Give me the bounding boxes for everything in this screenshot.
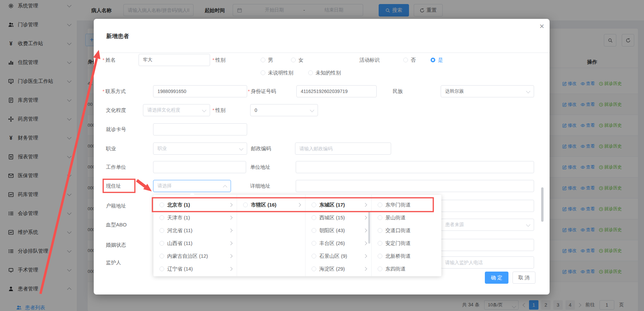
chevron-right-icon	[363, 267, 367, 271]
cascader-street-column: 东华门街道 景山街道 交道口街道 安定门街道 北新桥街道 东四街道	[372, 195, 441, 276]
gender-unknown-radio[interactable]: 未知的性别	[308, 67, 341, 79]
modal-title: 新增患者	[106, 32, 129, 40]
cascader-option-haidian[interactable]: 海淀区 (29)	[305, 262, 371, 275]
active-flag-no-radio[interactable]: 否	[403, 54, 416, 66]
chevron-right-icon	[229, 241, 232, 245]
cascader-option-chaoyang[interactable]: 朝阳区 (43)	[305, 224, 371, 237]
chevron-up-icon	[223, 185, 227, 189]
radio-icon	[308, 70, 313, 75]
cascader-option-xicheng[interactable]: 西城区 (15)	[305, 211, 371, 224]
chevron-right-icon	[363, 216, 367, 219]
active-flag-yes-radio[interactable]: 是	[431, 54, 443, 66]
gender-female-radio[interactable]: 女	[291, 54, 303, 66]
cascader-option-shanxi[interactable]: 山西省 (11)	[153, 237, 237, 250]
cascader-option-hebei[interactable]: 河北省 (11)	[153, 224, 237, 237]
card-no-input[interactable]	[153, 123, 247, 135]
cascader-option-shijingshan[interactable]: 石景山区 (9)	[305, 250, 371, 262]
chevron-right-icon	[363, 228, 367, 232]
current-address-cascader[interactable]: 请选择	[153, 180, 231, 192]
marital-status-input[interactable]	[441, 239, 534, 251]
chevron-right-icon	[229, 216, 232, 219]
marital-status-label: 婚姻状态	[106, 239, 126, 251]
work-unit-input[interactable]	[153, 161, 246, 173]
gender-label: *性别	[212, 54, 226, 66]
radio-icon	[159, 203, 164, 207]
patient-source-select[interactable]: 患者来源	[441, 219, 534, 231]
gender-code-select[interactable]: 0	[250, 104, 318, 116]
radio-icon	[378, 215, 382, 220]
work-unit-label: 工作单位	[106, 161, 126, 173]
radio-icon	[291, 58, 296, 62]
detail-address-label: 详细地址	[250, 180, 270, 192]
chevron-right-icon	[297, 203, 301, 207]
current-address-label: 现住址	[106, 180, 121, 192]
radio-icon	[159, 241, 164, 246]
gender-male-radio[interactable]: 男	[261, 54, 273, 66]
chevron-right-icon	[363, 254, 367, 258]
contact-input[interactable]	[153, 85, 247, 97]
cascader-option-beixinqiao[interactable]: 北新桥街道	[372, 250, 441, 262]
occupation-select[interactable]: 职业	[153, 143, 247, 155]
confirm-button[interactable]: 确 定	[485, 272, 508, 284]
cascader-scrollbar[interactable]	[368, 212, 370, 244]
unit-address-input[interactable]	[296, 161, 534, 173]
chevron-right-icon	[229, 203, 232, 207]
education-label: 文化程度	[106, 104, 126, 116]
name-input[interactable]	[139, 54, 210, 66]
postal-code-input[interactable]	[295, 143, 391, 155]
radio-selected-icon	[431, 58, 435, 62]
cascader-option-tianjin[interactable]: 天津市 (1)	[153, 211, 237, 224]
unit-address-label: 单位地址	[250, 161, 270, 173]
radio-icon	[159, 254, 164, 258]
radio-icon	[243, 203, 248, 207]
id-number-input[interactable]	[296, 85, 377, 97]
postal-code-label: 邮政编码	[251, 143, 271, 155]
radio-icon	[159, 215, 164, 220]
cancel-button[interactable]: 取 消	[513, 272, 535, 284]
chevron-down-icon	[526, 222, 530, 227]
radio-icon	[378, 241, 382, 246]
ethnicity-label: 民族	[393, 85, 403, 97]
guardian-phone-input[interactable]	[441, 256, 534, 269]
cascader-option-jingshan[interactable]: 景山街道	[372, 211, 441, 224]
radio-icon	[378, 267, 382, 271]
cascader-option-neimenggu[interactable]: 内蒙古自治区 (12)	[153, 250, 237, 262]
ethnicity-select[interactable]: 达斡尔族	[441, 85, 534, 97]
cascader-option-shixiaqu[interactable]: 市辖区 (16)	[237, 198, 305, 211]
chevron-right-icon	[229, 267, 232, 271]
contact-label: *联系方式	[103, 85, 126, 97]
radio-icon	[312, 254, 316, 258]
radio-icon	[312, 203, 316, 207]
modal-scrollbar[interactable]	[541, 187, 544, 222]
cascader-option-andingmen[interactable]: 安定门街道	[372, 237, 441, 250]
gender-unspecified-radio[interactable]: 未说明性别	[261, 67, 293, 79]
chevron-right-icon	[229, 254, 232, 258]
cascader-option-dongsi[interactable]: 东四街道	[372, 262, 441, 275]
radio-icon	[378, 228, 382, 233]
cascader-district-column: 东城区 (17) 西城区 (15) 朝阳区 (43) 丰台区 (26) 石景山区…	[305, 195, 372, 276]
radio-icon	[312, 241, 316, 246]
address-cascader-panel: 北京市 (1) 天津市 (1) 河北省 (11) 山西省 (11) 内蒙古自治区…	[153, 195, 441, 276]
cascader-option-fengtai[interactable]: 丰台区 (26)	[305, 237, 371, 250]
active-flag-label: 活动标识	[359, 54, 380, 66]
cascader-option-donghuamen[interactable]: 东华门街道	[372, 198, 441, 211]
radio-icon	[403, 58, 408, 62]
cascader-option-jiaodaokou[interactable]: 交道口街道	[372, 224, 441, 237]
household-address-label: 户籍地址	[106, 200, 126, 212]
chevron-down-icon	[239, 146, 243, 151]
education-select[interactable]: 请选择文化程度	[143, 104, 210, 116]
modal-divider	[94, 53, 550, 53]
cascader-option-beijing[interactable]: 北京市 (1)	[153, 198, 237, 211]
chevron-down-icon	[310, 108, 314, 112]
cascader-option-liaoning[interactable]: 辽宁省 (14)	[153, 262, 237, 275]
radio-icon	[312, 267, 316, 271]
id-number-label: *身份证号码	[248, 85, 276, 97]
household-address-input[interactable]	[441, 200, 534, 212]
chevron-right-icon	[363, 203, 367, 207]
radio-icon	[312, 215, 316, 220]
detail-address-input[interactable]	[296, 180, 534, 192]
occupation-label: 职业	[106, 143, 116, 155]
cascader-city-column: 市辖区 (16)	[237, 195, 305, 276]
cascader-option-dongcheng[interactable]: 东城区 (17)	[305, 198, 371, 211]
close-icon[interactable]: ×	[539, 22, 544, 30]
